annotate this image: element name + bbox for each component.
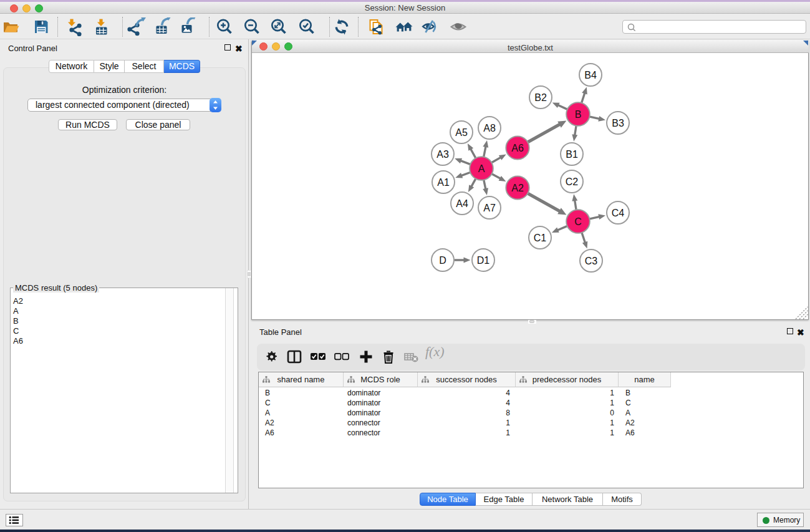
svg-text:B2: B2: [534, 92, 547, 103]
svg-text:A6: A6: [511, 143, 524, 153]
svg-text:A3: A3: [436, 149, 449, 160]
svg-text:D: D: [439, 255, 446, 266]
svg-text:B3: B3: [612, 118, 624, 128]
svg-text:A2: A2: [511, 183, 524, 193]
svg-text:A4: A4: [456, 198, 468, 209]
svg-text:A7: A7: [483, 203, 496, 213]
svg-text:B: B: [575, 109, 582, 120]
svg-text:A1: A1: [437, 177, 450, 188]
svg-text:f(x): f(x): [425, 344, 445, 359]
svg-text:C3: C3: [585, 256, 598, 266]
svg-text:C1: C1: [534, 233, 547, 243]
svg-text:C2: C2: [566, 177, 579, 187]
svg-text:A: A: [478, 163, 485, 174]
svg-text:B1: B1: [566, 149, 578, 160]
svg-text:B4: B4: [584, 70, 597, 80]
svg-text:A8: A8: [483, 123, 496, 133]
svg-text:C: C: [574, 216, 582, 227]
svg-text:D1: D1: [477, 255, 490, 266]
svg-text:C4: C4: [612, 208, 625, 218]
svg-text:A5: A5: [455, 127, 468, 138]
